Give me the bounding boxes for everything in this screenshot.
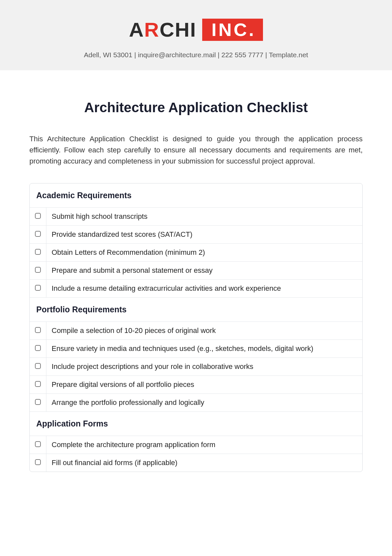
checklist-item-text: Fill out financial aid forms (if applica… — [46, 454, 363, 472]
checklist-row: Provide standardized test scores (SAT/AC… — [30, 226, 362, 244]
checkbox-icon[interactable] — [35, 345, 41, 351]
checkbox-icon[interactable] — [35, 399, 41, 405]
checklist-item-text: Ensure variety in media and techniques u… — [46, 340, 363, 358]
checkbox-icon[interactable] — [35, 381, 41, 387]
checklist-item-text: Submit high school transcripts — [46, 208, 363, 226]
checklist-item-text: Complete the architecture program applic… — [46, 436, 363, 454]
checklist-row: Include project descriptions and your ro… — [30, 358, 362, 376]
section-items-forms: Complete the architecture program applic… — [30, 436, 362, 472]
checklist-row: Submit high school transcripts — [30, 208, 362, 226]
checklist-row: Complete the architecture program applic… — [30, 436, 362, 454]
checklist-item-text: Include a resume detailing extracurricul… — [46, 280, 363, 298]
checkbox-icon[interactable] — [35, 363, 41, 369]
checklist-item-text: Prepare and submit a personal statement … — [46, 262, 363, 280]
logo-archi: ARCHI — [129, 18, 196, 41]
checklist-row: Include a resume detailing extracurricul… — [30, 280, 362, 298]
checklist-row: Prepare digital versions of all portfoli… — [30, 376, 362, 394]
checkbox-icon[interactable] — [35, 327, 41, 333]
section-heading-academic: Academic Requirements — [30, 183, 362, 207]
checklist-row: Fill out financial aid forms (if applica… — [30, 454, 362, 472]
checklist-item-text: Compile a selection of 10-20 pieces of o… — [46, 322, 363, 340]
intro-paragraph: This Architecture Application Checklist … — [29, 133, 363, 167]
checkbox-icon[interactable] — [35, 441, 41, 447]
page-body: Architecture Application Checklist This … — [0, 70, 392, 472]
checklist-row: Compile a selection of 10-20 pieces of o… — [30, 322, 362, 340]
section-items-portfolio: Compile a selection of 10-20 pieces of o… — [30, 321, 362, 411]
logo: ARCHI INC. — [129, 18, 263, 41]
checkbox-icon[interactable] — [35, 285, 41, 291]
contact-line: Adell, WI 53001 | inquire@architecture.m… — [0, 51, 392, 59]
checkbox-icon[interactable] — [35, 267, 41, 273]
checklist-row: Prepare and submit a personal statement … — [30, 262, 362, 280]
page-title: Architecture Application Checklist — [29, 100, 363, 115]
checkbox-icon[interactable] — [35, 459, 41, 465]
logo-inc: INC. — [202, 19, 263, 41]
checklist-item-text: Prepare digital versions of all portfoli… — [46, 376, 363, 394]
checklist-card: Academic Requirements Submit high school… — [29, 183, 363, 472]
checklist-item-text: Obtain Letters of Recommendation (minimu… — [46, 244, 363, 262]
section-items-academic: Submit high school transcripts Provide s… — [30, 207, 362, 297]
checklist-item-text: Include project descriptions and your ro… — [46, 358, 363, 376]
header-band: ARCHI INC. Adell, WI 53001 | inquire@arc… — [0, 0, 392, 70]
checklist-row: Arrange the portfolio professionally and… — [30, 394, 362, 412]
checkbox-icon[interactable] — [35, 231, 41, 237]
checkbox-icon[interactable] — [35, 249, 41, 255]
section-heading-forms: Application Forms — [30, 411, 362, 436]
checklist-item-text: Provide standardized test scores (SAT/AC… — [46, 226, 363, 244]
checkbox-icon[interactable] — [35, 213, 41, 219]
logo-archi-rest: CHI — [159, 18, 196, 41]
checklist-item-text: Arrange the portfolio professionally and… — [46, 394, 363, 412]
checklist-row: Ensure variety in media and techniques u… — [30, 340, 362, 358]
checklist-row: Obtain Letters of Recommendation (minimu… — [30, 244, 362, 262]
section-heading-portfolio: Portfolio Requirements — [30, 297, 362, 321]
